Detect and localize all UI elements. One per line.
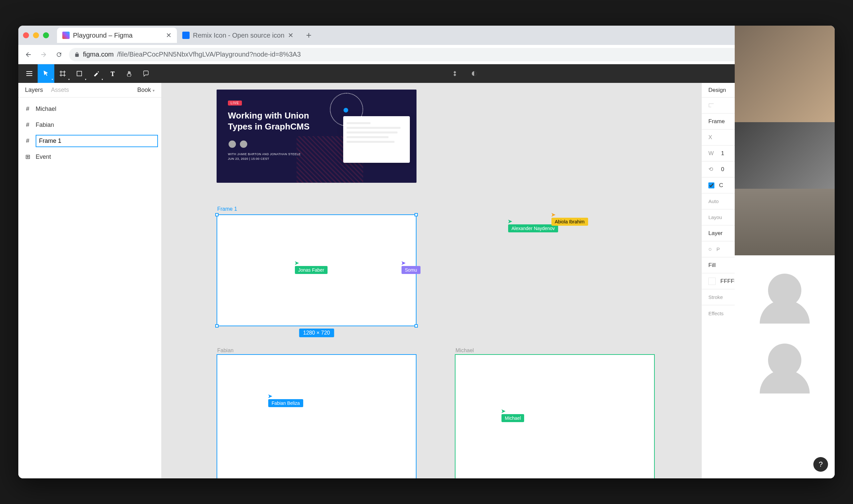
collab-cursor: ➤ Somu — [401, 259, 420, 273]
video-participant-placeholder[interactable] — [735, 255, 835, 325]
frame-fabian[interactable] — [216, 354, 417, 479]
rotation-value[interactable]: 0 — [721, 166, 724, 173]
collab-cursor: ➤ Fabian Beliza — [268, 393, 303, 406]
layer-item[interactable]: # Michael — [18, 101, 161, 117]
video-participant[interactable] — [735, 25, 835, 122]
cursor-icon: ➤ — [501, 408, 523, 415]
section-title: Stroke — [708, 294, 723, 300]
collab-cursor: ➤ Jonas Faber — [295, 259, 328, 273]
cursor-icon: ➤ — [294, 259, 327, 267]
tab-design[interactable]: Design — [708, 87, 726, 93]
align-icon[interactable]: ⫍ — [708, 102, 714, 109]
window-controls — [23, 32, 49, 38]
frame-label[interactable]: Fabian — [217, 347, 233, 354]
frame-icon: # — [24, 106, 31, 112]
live-badge: LIVE — [228, 101, 242, 106]
new-tab-button[interactable]: + — [303, 30, 314, 41]
mask-tool[interactable] — [466, 64, 483, 83]
resize-handle[interactable] — [215, 324, 219, 328]
frame-label[interactable]: Michael — [455, 347, 474, 354]
clip-label: C — [719, 182, 723, 189]
frame-michael[interactable] — [455, 354, 655, 479]
layer-item[interactable]: # Fabian — [18, 117, 161, 133]
tab-close-icon[interactable]: ✕ — [166, 31, 172, 39]
layer-item-editing[interactable]: # — [18, 133, 161, 149]
pen-tool[interactable]: ▾ — [88, 64, 104, 83]
collab-cursor: ➤ Abiola Ibrahim — [552, 211, 588, 224]
lock-icon — [74, 52, 80, 57]
browser-tab-inactive[interactable]: Remix Icon - Open source icon ✕ — [177, 28, 299, 43]
mockup-panel — [343, 116, 410, 163]
w-label: W — [708, 150, 716, 157]
cursor-label: Michael — [502, 414, 524, 422]
section-title: Frame — [708, 118, 725, 125]
window-minimize[interactable] — [33, 32, 39, 38]
figma-toolbar: ▾ ▾ ▾ ▾ — [18, 64, 835, 83]
chevron-down-icon: ▾ — [68, 78, 70, 81]
fill-swatch[interactable] — [708, 277, 716, 285]
tab-close-icon[interactable]: ✕ — [288, 31, 294, 39]
browser-tab-active[interactable]: Playground – Figma ✕ — [57, 28, 177, 43]
dimensions-badge: 1280 × 720 — [299, 328, 334, 337]
layers-panel: Layers Assets Book ▾ # Michael # Fabian … — [18, 83, 162, 479]
reload-button[interactable] — [54, 49, 64, 60]
collab-cursor: ➤ Alexander Naydenov — [508, 218, 558, 231]
layer-item[interactable]: ⊞ Event — [18, 149, 161, 165]
address-bar: figma.com/file/BieaPCocPNN5NbxVfhgLVA/Pl… — [18, 45, 835, 64]
svg-rect-0 — [77, 71, 82, 76]
tab-assets[interactable]: Assets — [51, 87, 69, 93]
window-maximize[interactable] — [43, 32, 49, 38]
layer-rename-input[interactable] — [36, 135, 158, 147]
url-input[interactable]: figma.com/file/BieaPCocPNN5NbxVfhgLVA/Pl… — [69, 48, 791, 61]
workspace: Layers Assets Book ▾ # Michael # Fabian … — [18, 83, 835, 479]
frame-icon: # — [24, 138, 31, 144]
decorative-dot — [344, 108, 348, 112]
video-participant[interactable] — [735, 122, 835, 189]
video-participant-placeholder[interactable] — [735, 325, 835, 395]
toolbar-center — [154, 64, 775, 83]
move-tool[interactable]: ▾ — [38, 64, 54, 83]
cursor-label: Somu — [401, 266, 420, 274]
resize-handle[interactable] — [415, 324, 418, 328]
frame-tool[interactable]: ▾ — [54, 64, 71, 83]
layer-list: # Michael # Fabian # ⊞ Event — [18, 97, 161, 168]
comment-tool[interactable] — [138, 64, 154, 83]
url-path: /file/BieaPCocPNN5NbxVfhgLVA/Playground?… — [117, 51, 300, 58]
shape-tool[interactable]: ▾ — [71, 64, 88, 83]
chevron-down-icon: ▾ — [52, 78, 53, 81]
cursor-icon: ➤ — [267, 393, 302, 400]
browser-window: Playground – Figma ✕ Remix Icon - Open s… — [18, 25, 835, 479]
frame-icon: # — [24, 122, 31, 128]
w-value[interactable]: 1 — [721, 150, 724, 157]
event-card-frame[interactable]: LIVE Working with Union Types in GraphCM… — [216, 90, 417, 183]
resize-handle[interactable] — [215, 213, 219, 216]
component-tool[interactable] — [447, 64, 463, 83]
tab-book[interactable]: Book ▾ — [137, 87, 155, 93]
cursor-icon: ➤ — [551, 211, 588, 218]
video-participant[interactable] — [735, 189, 835, 255]
hamburger-menu[interactable] — [21, 64, 38, 83]
component-icon: ⊞ — [24, 153, 31, 160]
resize-handle[interactable] — [415, 213, 418, 216]
cursor-icon: ➤ — [507, 218, 557, 225]
chevron-down-icon: ▾ — [153, 88, 155, 93]
figma-favicon-icon — [62, 32, 70, 39]
forward-button[interactable] — [38, 49, 49, 60]
tab-title: Playground – Figma — [73, 32, 133, 39]
hand-tool[interactable] — [121, 64, 138, 83]
blend-mode[interactable]: P — [716, 246, 720, 252]
window-close[interactable] — [23, 32, 29, 38]
chrome-tabstrip: Playground – Figma ✕ Remix Icon - Open s… — [18, 25, 835, 45]
text-tool[interactable] — [104, 64, 121, 83]
cursor-label: Abiola Ibrahim — [552, 218, 588, 226]
clip-checkbox[interactable] — [708, 182, 714, 188]
help-button[interactable]: ? — [813, 457, 828, 472]
frame-label[interactable]: Frame 1 — [217, 206, 237, 212]
layer-name: Event — [36, 154, 51, 160]
canvas[interactable]: LIVE Working with Union Types in GraphCM… — [162, 83, 701, 479]
layer-name: Michael — [36, 106, 56, 112]
cursor-label: Fabian Beliza — [268, 399, 303, 407]
back-button[interactable] — [23, 49, 34, 60]
tab-layers[interactable]: Layers — [25, 87, 43, 93]
chevron-down-icon: ▾ — [102, 78, 103, 81]
